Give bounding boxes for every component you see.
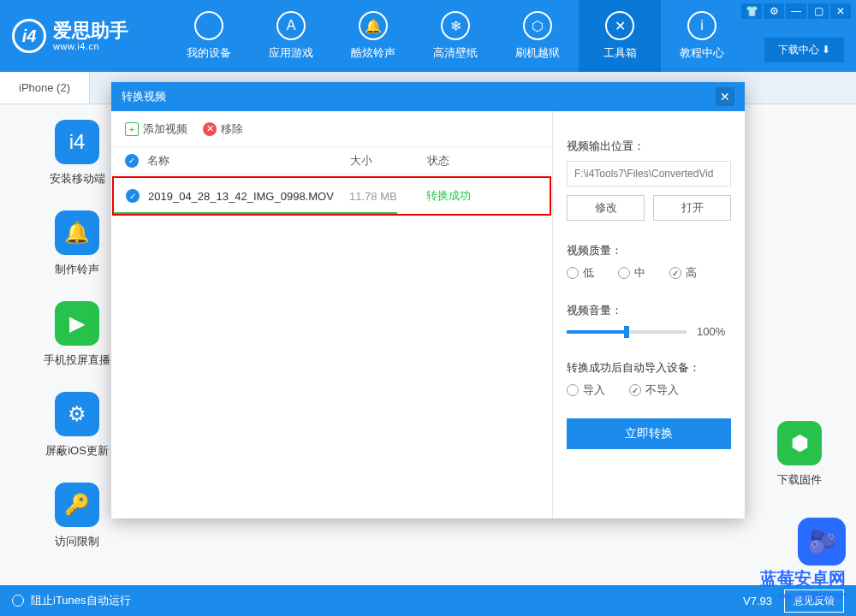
- logo-icon: i4: [12, 19, 46, 53]
- snowflake-icon: ❄: [441, 11, 470, 40]
- modify-button[interactable]: 修改: [567, 195, 645, 221]
- radio-icon: [629, 384, 641, 396]
- volume-slider[interactable]: [567, 330, 687, 334]
- nav-jailbreak[interactable]: ⬡刷机越狱: [496, 0, 579, 72]
- watermark: 🫐 蓝莓安卓网 www.lmkjst.com: [760, 518, 846, 601]
- tool-label: 访问限制: [55, 534, 99, 549]
- auto-import-label: 转换成功后自动导入设备：: [567, 360, 731, 376]
- checkbox[interactable]: ✓: [126, 189, 140, 203]
- app-url: www.i4.cn: [53, 41, 128, 51]
- block-itunes-label[interactable]: 阻止iTunes自动运行: [31, 593, 131, 608]
- file-name: 2019_04_28_13_42_IMG_0998.MOV: [148, 190, 349, 203]
- bell-icon: 🔔: [359, 11, 388, 40]
- quality-low[interactable]: 低: [567, 265, 594, 281]
- nav-apps-games[interactable]: A应用游戏: [250, 0, 332, 72]
- tools-icon: ✕: [605, 11, 634, 40]
- quality-mid[interactable]: 中: [618, 265, 645, 281]
- output-location-label: 视频输出位置：: [567, 139, 731, 154]
- download-center-button[interactable]: 下载中心 ⬇: [764, 38, 844, 62]
- apps-icon: A: [276, 11, 306, 40]
- nav-tutorials[interactable]: i教程中心: [661, 0, 743, 72]
- button-label: 添加视频: [143, 121, 187, 137]
- remove-button[interactable]: ✕移除: [203, 121, 243, 137]
- dialog-close-button[interactable]: ✕: [716, 87, 734, 106]
- convert-now-button[interactable]: 立即转换: [567, 418, 731, 449]
- file-status: 转换成功: [426, 188, 538, 204]
- quality-label: 视频质量：: [567, 243, 731, 258]
- watermark-url: www.lmkjst.com: [760, 590, 846, 601]
- gear-icon: ⚙: [55, 392, 99, 436]
- minimize-icon[interactable]: —: [786, 3, 806, 19]
- radio-label: 中: [634, 265, 645, 281]
- nav-label: 高清壁纸: [433, 45, 478, 61]
- file-size: 11.78 MB: [349, 190, 426, 203]
- window-controls: 👕 ⚙ — ▢ ✕: [741, 3, 851, 19]
- nav-wallpapers[interactable]: ❄高清壁纸: [414, 0, 496, 72]
- open-button[interactable]: 打开: [653, 195, 731, 221]
- play-icon: ▶: [55, 301, 99, 346]
- cube-icon: ⬢: [777, 421, 822, 465]
- col-name: 名称: [147, 153, 350, 169]
- tool-download-firmware[interactable]: ⬢ 下载固件: [777, 421, 822, 488]
- tool-label: 屏蔽iOS更新: [45, 443, 109, 459]
- remove-icon: ✕: [203, 122, 217, 136]
- skin-icon[interactable]: 👕: [741, 3, 762, 19]
- volume-label: 视频音量：: [567, 303, 731, 318]
- nav-toolbox[interactable]: ✕工具箱: [579, 0, 661, 72]
- nav-ringtones[interactable]: 🔔酷炫铃声: [332, 0, 414, 72]
- progress-bar: [114, 212, 397, 214]
- blueberry-icon: 🫐: [798, 518, 846, 566]
- nav-label: 酷炫铃声: [351, 45, 395, 61]
- bell-icon: 🔔: [55, 210, 99, 255]
- nav-label: 应用游戏: [269, 45, 313, 61]
- nav-label: 工具箱: [603, 45, 637, 61]
- tool-label: 手机投屏直播: [44, 352, 110, 368]
- close-icon[interactable]: ✕: [830, 3, 851, 19]
- radio-label: 高: [686, 265, 697, 281]
- app-logo: i4 爱思助手 www.i4.cn: [0, 19, 168, 53]
- toggle-icon[interactable]: [12, 595, 24, 607]
- import-yes[interactable]: 导入: [567, 382, 605, 398]
- apple-icon: [194, 11, 223, 40]
- tab-iphone[interactable]: iPhone (2): [0, 72, 90, 104]
- nav-label: 刷机越狱: [515, 45, 560, 61]
- import-no[interactable]: 不导入: [629, 382, 679, 398]
- radio-label: 不导入: [645, 382, 679, 398]
- main-nav: 我的设备 A应用游戏 🔔酷炫铃声 ❄高清壁纸 ⬡刷机越狱 ✕工具箱 i教程中心: [168, 0, 743, 72]
- col-status: 状态: [427, 153, 538, 169]
- radio-icon: [669, 267, 681, 279]
- radio-label: 低: [583, 265, 594, 281]
- radio-icon: [567, 384, 579, 396]
- radio-label: 导入: [583, 382, 605, 398]
- nav-label: 教程中心: [680, 45, 724, 61]
- tool-label: 安装移动端: [50, 171, 105, 187]
- dialog-title: 转换视频: [122, 89, 166, 104]
- volume-value: 100%: [697, 325, 725, 338]
- nav-label: 我的设备: [187, 45, 231, 61]
- box-icon: ⬡: [523, 11, 552, 40]
- i4-icon: i4: [55, 120, 99, 164]
- col-size: 大小: [350, 153, 427, 169]
- watermark-title: 蓝莓安卓网: [760, 567, 846, 590]
- tool-label: 下载固件: [777, 472, 822, 488]
- plus-icon: +: [125, 122, 139, 136]
- nav-my-device[interactable]: 我的设备: [168, 0, 250, 72]
- key-icon: 🔑: [55, 483, 99, 527]
- button-label: 移除: [221, 121, 243, 137]
- app-title: 爱思助手: [53, 21, 128, 41]
- info-icon: i: [687, 11, 716, 40]
- maximize-icon[interactable]: ▢: [808, 3, 829, 19]
- table-row[interactable]: ✓ 2019_04_28_13_42_IMG_0998.MOV 11.78 MB…: [112, 176, 551, 216]
- quality-high[interactable]: 高: [669, 265, 697, 281]
- table-header: ✓ 名称 大小 状态: [111, 147, 552, 175]
- radio-icon: [567, 267, 579, 279]
- convert-video-dialog: 转换视频 ✕ +添加视频 ✕移除 ✓ 名称 大小 状态 ✓ 2019_04_28…: [111, 82, 745, 518]
- radio-icon: [618, 267, 630, 279]
- settings-icon[interactable]: ⚙: [764, 3, 784, 19]
- tool-label: 制作铃声: [55, 262, 99, 277]
- slider-thumb[interactable]: [624, 326, 629, 338]
- checkbox-all[interactable]: ✓: [125, 154, 139, 168]
- output-path-field[interactable]: F:\i4Tools7\Files\ConvertedVid: [567, 161, 731, 187]
- add-video-button[interactable]: +添加视频: [125, 121, 187, 137]
